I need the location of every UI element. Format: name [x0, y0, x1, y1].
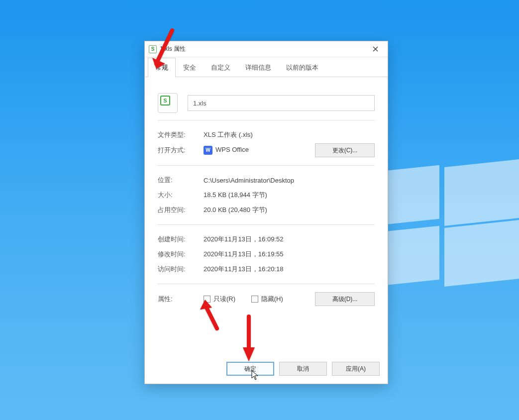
dialog-footer: 确定 取消 应用(A): [226, 362, 380, 376]
value-created: 2020年11月13日，16:09:52: [204, 235, 375, 244]
label-modified: 修改时间:: [158, 250, 204, 259]
file-type-icon: [149, 45, 157, 53]
windows-logo-watermark: [380, 168, 519, 283]
label-location: 位置:: [158, 176, 204, 185]
value-modified: 2020年11月13日，16:19:55: [204, 250, 375, 259]
label-open-with: 打开方式:: [158, 146, 204, 155]
tab-general[interactable]: 常规: [148, 58, 176, 77]
attributes-group: 只读(R) 隐藏(H): [204, 295, 315, 304]
tab-custom[interactable]: 自定义: [204, 58, 238, 77]
checkbox-readonly[interactable]: 只读(R): [204, 295, 235, 304]
filename-input[interactable]: [188, 95, 375, 111]
wps-icon: W: [204, 146, 212, 155]
titlebar: 1.xls 属性: [145, 41, 388, 57]
file-icon: S: [158, 93, 178, 113]
tab-details[interactable]: 详细信息: [238, 58, 279, 77]
value-disk-size: 20.0 KB (20,480 字节): [204, 206, 375, 214]
value-accessed: 2020年11月13日，16:20:18: [204, 265, 375, 274]
label-size: 大小:: [158, 191, 204, 200]
open-with-app: WPS Office: [215, 146, 249, 153]
tab-security[interactable]: 安全: [176, 58, 204, 77]
cancel-button[interactable]: 取消: [279, 362, 327, 376]
file-icon-badge: S: [160, 96, 170, 105]
label-file-type: 文件类型:: [158, 130, 204, 139]
value-file-type: XLS 工作表 (.xls): [204, 130, 375, 139]
window-title: 1.xls 属性: [160, 45, 365, 53]
tab-previous[interactable]: 以前的版本: [279, 58, 326, 77]
properties-dialog: 1.xls 属性 常规 安全 自定义 详细信息 以前的版本 S 文件类型: XL…: [144, 41, 388, 384]
apply-button[interactable]: 应用(A): [332, 362, 380, 376]
value-open-with: WWPS Office: [204, 146, 315, 155]
label-created: 创建时间:: [158, 235, 204, 244]
tab-strip: 常规 安全 自定义 详细信息 以前的版本: [145, 57, 388, 77]
ok-button[interactable]: 确定: [226, 362, 274, 376]
checkbox-box-icon: [204, 296, 210, 303]
label-attributes: 属性:: [158, 295, 204, 304]
checkbox-readonly-label: 只读(R): [213, 295, 235, 304]
change-button[interactable]: 更改(C)...: [315, 143, 375, 157]
value-size: 18.5 KB (18,944 字节): [204, 191, 375, 200]
checkbox-box-icon: [251, 296, 258, 303]
label-accessed: 访问时间:: [158, 265, 204, 274]
advanced-button[interactable]: 高级(D)...: [315, 292, 375, 306]
label-disk-size: 占用空间:: [158, 206, 204, 214]
checkbox-hidden[interactable]: 隐藏(H): [251, 295, 283, 304]
value-location: C:\Users\Administrator\Desktop: [204, 177, 375, 184]
close-icon[interactable]: [365, 42, 386, 56]
checkbox-hidden-label: 隐藏(H): [261, 295, 283, 304]
